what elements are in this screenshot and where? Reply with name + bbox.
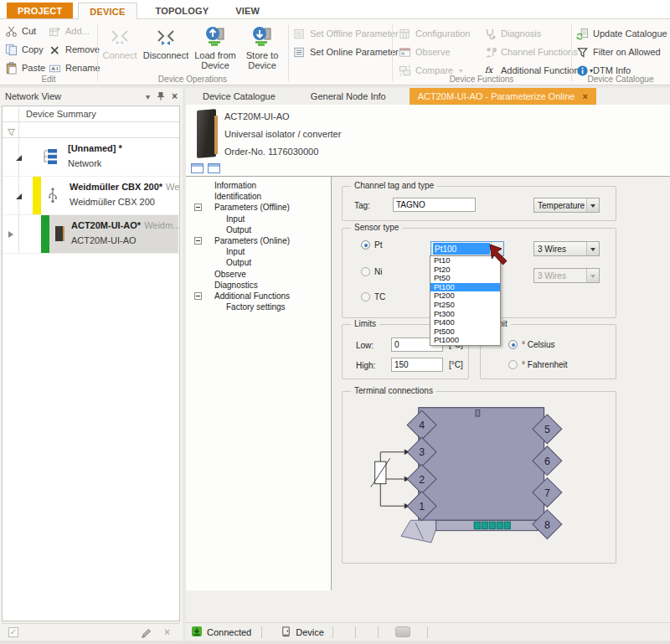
add-icon <box>49 25 61 38</box>
paste-icon <box>5 62 18 75</box>
parameterize-content: Information Identification Parameters (O… <box>186 177 670 624</box>
pt-wires-combo[interactable]: 3 Wires <box>533 241 600 256</box>
network-node-act20m[interactable]: ACT20M-UI-AO*Weidm... ACT20M-UI-AO <box>3 215 179 254</box>
tree-item-observe[interactable]: Observe <box>186 269 331 280</box>
collapse-minus-icon[interactable] <box>194 204 202 211</box>
collapse-minus-icon[interactable] <box>194 237 202 245</box>
set-online-parameter-button[interactable]: Set Online Parameter <box>293 44 399 59</box>
mouse-cursor-icon <box>489 244 509 270</box>
paste-button[interactable]: Paste <box>5 60 45 75</box>
ni-wires-value: 3 Wires <box>538 271 585 281</box>
combo-arrow-icon[interactable] <box>586 242 599 255</box>
tree-item-parameters-offline[interactable]: Parameters (Offline) <box>186 202 331 213</box>
separator <box>427 626 428 638</box>
tab-general-node-info[interactable]: General Node Info <box>299 88 398 105</box>
rename-icon <box>49 62 61 75</box>
channel-functions-button[interactable]: Channel Functions <box>484 44 578 59</box>
tree-item-additional-functions[interactable]: Additional Functions <box>186 291 331 301</box>
radio-ni[interactable]: Ni <box>361 267 382 276</box>
observe-button[interactable]: Observe <box>399 44 451 59</box>
window-bottom-edge <box>0 641 670 644</box>
tag-input[interactable] <box>393 198 476 212</box>
channel-functions-icon <box>484 46 497 59</box>
close-panel-icon[interactable]: × <box>172 90 178 102</box>
network-view-footer: ✓ × <box>2 623 180 641</box>
close-tab-icon[interactable]: × <box>582 88 587 105</box>
tag-label: Tag: <box>354 201 370 210</box>
ribbon-separator <box>392 24 393 81</box>
node-title: [Unnamed] * <box>68 143 122 153</box>
tab-parameterize-online[interactable]: ACT20M-UI-AO - Parameterize Online × <box>410 88 596 105</box>
gutter-cell <box>3 106 19 121</box>
update-catalogue-label: Update Catalogue <box>593 28 667 39</box>
collapse-minus-icon[interactable] <box>194 292 202 300</box>
store-to-device-label: Store to Device <box>241 50 283 70</box>
tree-item-offline-input[interactable]: Input <box>186 214 331 224</box>
channel-type-combo[interactable]: Temperature <box>533 198 600 213</box>
separator <box>355 626 356 638</box>
device-thumbnail <box>197 109 216 158</box>
tree-item-online-input[interactable]: Input <box>186 246 331 257</box>
tree-item-parameters-online[interactable]: Parameters (Online) <box>186 235 331 246</box>
diagnosis-button[interactable]: Diagnosis <box>484 26 541 41</box>
set-offline-parameter-button[interactable]: Set Offline Parameter <box>293 26 399 41</box>
tab-device[interactable]: DEVICE <box>78 3 137 19</box>
network-node-project[interactable]: [Unnamed] * Network <box>3 138 179 177</box>
tree-item-information[interactable]: Information <box>186 180 331 191</box>
green-connector <box>474 522 510 529</box>
network-node-cbx200[interactable]: Weidmüller CBX 200*Wei... Weidmüller CBX… <box>3 177 179 215</box>
terminal-number: 5 <box>544 424 550 435</box>
expand-collapse-icon[interactable] <box>16 155 22 161</box>
svg-text:fx: fx <box>485 64 494 74</box>
tab-view[interactable]: VIEW <box>222 3 273 18</box>
node-title: Weidmüller CBX 200* <box>70 182 162 192</box>
device-status[interactable]: Device <box>281 626 324 639</box>
expand-collapse-icon[interactable] <box>16 193 22 199</box>
high-limit-input[interactable] <box>391 358 443 372</box>
remove-button[interactable]: Remove <box>49 42 100 57</box>
scissors-icon <box>5 25 18 38</box>
combo-arrow-icon[interactable] <box>586 198 599 212</box>
filter-row[interactable] <box>3 122 179 138</box>
radio-tc[interactable]: TC <box>361 292 385 301</box>
status-bar: Connected Device <box>186 622 670 641</box>
cut-label: Cut <box>22 26 36 36</box>
checkbox-icon[interactable]: ✓ <box>8 627 18 637</box>
terminal-connections-group: Terminal connections <box>342 391 616 564</box>
filter-on-allowed-button[interactable]: Filter on Allowed <box>576 44 661 59</box>
rename-button[interactable]: Rename <box>49 60 100 75</box>
configuration-label: Configuration <box>415 28 470 39</box>
tree-item-online-output[interactable]: Output <box>186 257 331 268</box>
separator <box>332 626 333 638</box>
tab-device-catalogue[interactable]: Device Catalogue <box>191 88 287 105</box>
status-bar-button[interactable] <box>395 626 410 637</box>
network-view-title: Network View <box>5 91 139 101</box>
radio-celsius[interactable]: ° Celsius <box>508 340 555 349</box>
tree-item-factory-settings[interactable]: Factory settings <box>186 301 331 312</box>
radio-fahrenheit[interactable]: ° Fahrenheit <box>508 360 568 369</box>
close-icon[interactable]: × <box>164 626 170 638</box>
copy-button[interactable]: Copy <box>5 42 44 57</box>
add-button[interactable]: Add... <box>49 23 90 39</box>
dropdown-option[interactable]: Pt1000 <box>430 336 500 345</box>
tree-item-identification[interactable]: Identification <box>186 191 331 202</box>
copy-icon <box>5 44 18 56</box>
connect-label: Connect <box>103 50 137 60</box>
dropdown-option[interactable]: Pt250 <box>430 301 500 310</box>
tab-topology[interactable]: TOPOLOGY <box>142 3 223 18</box>
configuration-button[interactable]: Configuration <box>399 26 470 41</box>
update-catalogue-button[interactable]: Update Catalogue <box>576 26 667 41</box>
load-from-device-label: Load from Device <box>193 50 238 70</box>
tree-item-offline-output[interactable]: Output <box>186 224 331 235</box>
connection-status[interactable]: Connected <box>191 626 251 639</box>
window-maximize-icon[interactable] <box>208 163 220 173</box>
tab-project[interactable]: PROJECT <box>7 3 73 18</box>
cut-button[interactable]: Cut <box>5 23 36 39</box>
pin-icon[interactable] <box>157 91 165 102</box>
panel-menu-icon[interactable]: ▾ <box>146 92 150 101</box>
radio-pt[interactable]: Pt <box>361 240 382 250</box>
ni-wires-combo[interactable]: 3 Wires <box>533 268 600 283</box>
device-summary-header[interactable]: Device Summary <box>3 106 179 122</box>
tree-item-diagnostics[interactable]: Diagnostics <box>186 280 331 291</box>
window-restore-icon[interactable] <box>191 163 204 173</box>
